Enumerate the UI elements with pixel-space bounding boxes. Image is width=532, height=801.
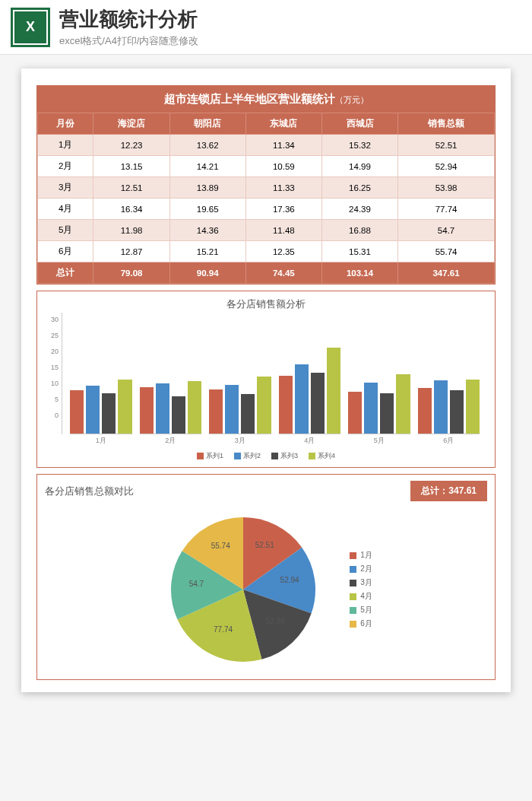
- bar-group: [140, 328, 202, 434]
- col-header: 销售总额: [398, 113, 495, 135]
- bar: [172, 396, 185, 434]
- legend-item: 3月: [350, 577, 372, 588]
- col-header: 东城店: [245, 113, 321, 135]
- bar: [241, 394, 255, 434]
- table-row: 1月12.2313.6211.3415.3252.51: [38, 135, 495, 156]
- data-table: 月份海淀店朝阳店东城店西城店销售总额 1月12.2313.6211.3415.3…: [37, 113, 495, 284]
- bar: [156, 383, 169, 434]
- svg-text:52.94: 52.94: [280, 576, 299, 584]
- bar: [364, 383, 378, 434]
- bar-chart-box: 各分店销售额分析 302520151050 系列1系列2系列3系列4: [36, 291, 496, 468]
- bar-groups: [62, 313, 487, 434]
- bar: [295, 364, 309, 434]
- pie-chart: 52.5152.9453.9877.7454.755.74: [160, 506, 327, 673]
- pie-legend: 1月2月3月4月5月6月: [350, 547, 372, 632]
- bar-chart-title: 各分店销售额分析: [45, 297, 487, 311]
- legend-item: 4月: [350, 591, 372, 602]
- col-header: 西城店: [321, 113, 397, 135]
- bar-group: [70, 328, 132, 434]
- legend-item: 6月: [350, 618, 372, 629]
- bar: [466, 380, 480, 434]
- bar: [418, 388, 432, 434]
- svg-text:54.7: 54.7: [189, 580, 204, 588]
- legend-item: 5月: [350, 605, 372, 615]
- bar: [450, 390, 464, 434]
- svg-text:55.74: 55.74: [211, 542, 230, 550]
- bar: [396, 374, 410, 434]
- excel-icon: X: [11, 8, 50, 47]
- bar: [225, 385, 239, 434]
- document-page: 超市连锁店上半年地区营业额统计（万元） 月份海淀店朝阳店东城店西城店销售总额 1…: [21, 68, 511, 692]
- col-header: 月份: [38, 113, 93, 135]
- bar: [188, 381, 201, 434]
- bar: [434, 380, 448, 434]
- bar-group: [209, 328, 271, 434]
- bar-legend: 系列1系列2系列3系列4: [45, 451, 487, 461]
- bar: [380, 393, 394, 434]
- bar: [209, 389, 223, 434]
- banner-title: 营业额统计分析: [59, 6, 521, 33]
- legend-item: 1月: [350, 550, 372, 561]
- pie-total-badge: 总计：347.61: [410, 481, 487, 501]
- bar-y-axis: 302520151050: [45, 313, 62, 434]
- table-row: 6月12.8715.2112.3515.3155.74: [38, 241, 495, 262]
- bar: [102, 393, 116, 434]
- bar: [279, 376, 293, 434]
- data-table-wrap: 超市连锁店上半年地区营业额统计（万元） 月份海淀店朝阳店东城店西城店销售总额 1…: [36, 85, 496, 284]
- pie-chart-title: 各分店销售总额对比: [45, 485, 134, 498]
- table-row: 5月11.9814.3611.4816.8854.7: [38, 220, 495, 241]
- bar: [140, 387, 154, 434]
- bar: [327, 348, 340, 434]
- bar: [86, 386, 100, 434]
- svg-text:53.98: 53.98: [266, 617, 285, 625]
- svg-text:77.74: 77.74: [214, 625, 233, 634]
- bar-group: [348, 328, 410, 434]
- col-header: 海淀店: [93, 113, 169, 135]
- pie-chart-box: 各分店销售总额对比 总计：347.61 52.5152.9453.9877.74…: [36, 474, 496, 680]
- col-header: 朝阳店: [169, 113, 245, 135]
- banner-subtitle: excel格式/A4打印/内容随意修改: [59, 34, 521, 48]
- bar: [70, 390, 84, 434]
- bar: [118, 380, 131, 434]
- table-row: 2月13.1514.2110.5914.9952.94: [38, 156, 495, 177]
- table-title: 超市连锁店上半年地区营业额统计（万元）: [37, 86, 495, 113]
- svg-text:52.51: 52.51: [255, 541, 274, 549]
- bar: [311, 373, 325, 434]
- table-row: 4月16.3419.6517.3624.3977.74: [38, 199, 495, 220]
- table-row: 3月12.5113.8911.3316.2553.98: [38, 177, 495, 199]
- bar-group: [279, 328, 341, 434]
- bar-group: [418, 328, 480, 434]
- banner: X 营业额统计分析 excel格式/A4打印/内容随意修改: [0, 0, 532, 55]
- total-row: 总计79.0890.9474.45103.14347.61: [38, 262, 495, 284]
- legend-item: 2月: [350, 564, 372, 574]
- bar: [348, 392, 362, 434]
- bar: [257, 377, 271, 434]
